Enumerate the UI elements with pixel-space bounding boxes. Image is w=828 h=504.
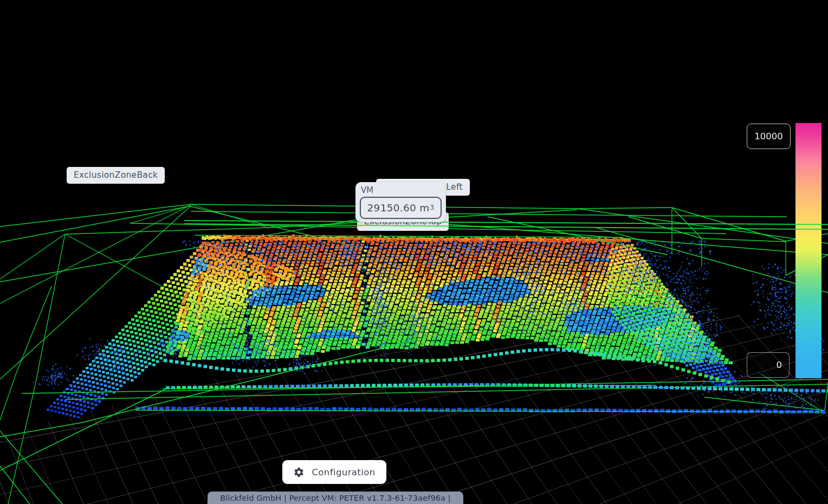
vm-value-box: 29150.60m3 bbox=[360, 197, 442, 219]
status-bar-text: Blickfeld GmbH | Percept VM: PETER v1.7.… bbox=[220, 494, 451, 502]
pointcloud-canvas[interactable] bbox=[0, 0, 828, 504]
configuration-button[interactable]: Configuration bbox=[282, 460, 386, 484]
vm-unit: m bbox=[419, 202, 429, 214]
viewport: ExclusionZoneBack ExclusionZoneTop Exclu… bbox=[0, 0, 828, 504]
colorbar-gradient bbox=[795, 123, 821, 378]
status-bar: Blickfeld GmbH | Percept VM: PETER v1.7.… bbox=[208, 492, 463, 504]
configuration-label: Configuration bbox=[312, 467, 375, 477]
exclusion-zone-back-label: ExclusionZoneBack bbox=[67, 167, 165, 184]
vm-unit-exponent: 3 bbox=[430, 204, 435, 211]
gear-icon bbox=[293, 467, 305, 478]
colorbar-min-input[interactable]: 0 bbox=[747, 352, 790, 378]
volume-measurement-widget: VM 29150.60m3 bbox=[355, 182, 446, 222]
vm-title: VM bbox=[361, 185, 373, 195]
vm-value: 29150.60 bbox=[367, 202, 417, 214]
colorbar-max-input[interactable]: 10000 bbox=[747, 124, 791, 149]
